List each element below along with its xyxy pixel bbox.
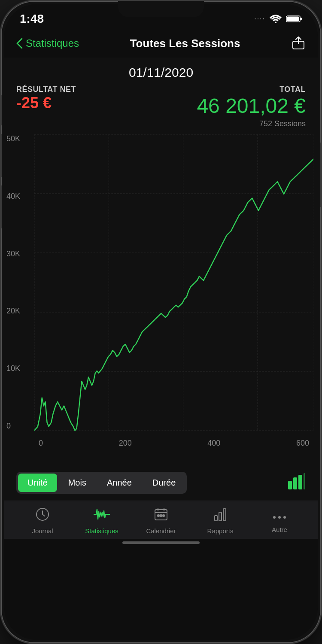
x-axis-labels: 0 200 400 600 [34, 439, 313, 448]
filter-tab-duree[interactable]: Durée [143, 474, 185, 492]
y-label-50k: 50K [6, 134, 20, 143]
signal-icon: ···· [254, 15, 265, 23]
side-button-power [320, 143, 322, 207]
side-button-vol-up [0, 134, 2, 177]
total-section: TOTAL 46 201,02 € [197, 85, 306, 118]
svg-rect-19 [304, 473, 305, 489]
x-label-0: 0 [39, 439, 43, 448]
y-label-40k: 40K [6, 192, 20, 201]
nav-label-calendrier: Calendrier [146, 527, 176, 535]
x-label-200: 200 [119, 439, 132, 448]
nav-item-rapports[interactable]: Rapports [191, 507, 250, 535]
nav-header: Statistiques Toutes Les Sessions [4, 29, 318, 58]
back-label: Statistiques [26, 37, 79, 49]
wifi-icon [270, 15, 282, 23]
phone-screen: 1:48 ···· [4, 4, 318, 640]
nav-label-autre: Autre [272, 526, 287, 533]
nav-item-calendrier[interactable]: Calendrier [131, 507, 191, 535]
stats-row: RÉSULTAT NET -25 € TOTAL 46 201,02 € [4, 85, 318, 121]
more-dots-icon [272, 509, 287, 523]
filter-tabs: Unité Mois Année Durée [16, 472, 187, 494]
line-chart-svg [34, 134, 313, 431]
chart-line [34, 159, 313, 431]
total-label: TOTAL [197, 85, 306, 94]
status-icons: ···· [254, 15, 302, 23]
svg-rect-3 [287, 17, 299, 21]
net-result-label: RÉSULTAT NET [16, 85, 76, 94]
waveform-icon [94, 507, 110, 525]
calendar-icon [154, 507, 168, 525]
svg-rect-23 [160, 515, 162, 516]
main-content: 01/11/2020 RÉSULTAT NET -25 € TOTAL 46 2… [4, 58, 318, 501]
phone-frame: 1:48 ···· [0, 0, 322, 644]
nav-item-autre[interactable]: Autre [250, 509, 309, 533]
total-value: 46 201,02 € [197, 94, 306, 118]
side-button-vol-down [0, 185, 2, 228]
chevron-left-icon [16, 38, 23, 49]
date-display: 01/11/2020 [4, 58, 318, 85]
filter-tab-annee[interactable]: Année [97, 474, 141, 492]
nav-label-rapports: Rapports [207, 527, 234, 535]
sessions-count: 752 Sessions [4, 119, 318, 128]
x-label-400: 400 [207, 439, 220, 448]
y-label-0: 0 [6, 422, 20, 431]
side-button-mute [0, 95, 2, 125]
svg-rect-17 [293, 477, 297, 489]
y-label-30k: 30K [6, 249, 20, 258]
nav-label-statistiques: Statistiques [85, 527, 118, 535]
status-time: 1:48 [20, 12, 44, 26]
nav-item-journal[interactable]: Journal [13, 507, 72, 535]
filter-tab-mois[interactable]: Mois [59, 474, 96, 492]
y-label-20k: 20K [6, 307, 20, 316]
chart-container: 0 10K 20K 30K 40K 50K [4, 130, 318, 465]
svg-rect-25 [215, 516, 217, 521]
svg-rect-22 [158, 515, 159, 516]
share-icon [291, 35, 306, 50]
x-label-600: 600 [296, 439, 309, 448]
notch [118, 1, 204, 17]
svg-rect-24 [163, 515, 164, 516]
nav-label-journal: Journal [32, 527, 53, 535]
y-label-10k: 10K [6, 364, 20, 373]
clock-icon [35, 507, 50, 525]
back-button[interactable]: Statistiques [16, 37, 79, 49]
chart-type-button[interactable] [288, 473, 306, 493]
svg-rect-27 [223, 509, 226, 521]
svg-rect-2 [300, 18, 302, 20]
svg-point-0 [275, 22, 276, 24]
reports-icon [213, 507, 228, 525]
chart-area: 0 10K 20K 30K 40K 50K [34, 134, 313, 448]
share-button[interactable] [291, 35, 306, 52]
bottom-nav: Journal Statistiques [4, 501, 318, 539]
svg-rect-16 [288, 481, 292, 489]
svg-point-29 [278, 516, 281, 519]
svg-point-28 [273, 516, 276, 519]
svg-rect-26 [219, 512, 222, 521]
svg-point-30 [283, 516, 286, 519]
filter-row: Unité Mois Année Durée [4, 465, 318, 501]
net-result-section: RÉSULTAT NET -25 € [16, 85, 76, 118]
home-indicator [122, 541, 200, 544]
svg-rect-18 [298, 475, 302, 489]
y-axis-labels: 0 10K 20K 30K 40K 50K [6, 134, 20, 431]
net-result-value: -25 € [16, 94, 76, 112]
nav-item-statistiques[interactable]: Statistiques [72, 507, 131, 535]
filter-tab-unite[interactable]: Unité [18, 474, 57, 492]
page-title: Toutes Les Sessions [130, 37, 240, 50]
bar-chart-icon [288, 473, 306, 489]
battery-icon [286, 15, 302, 23]
